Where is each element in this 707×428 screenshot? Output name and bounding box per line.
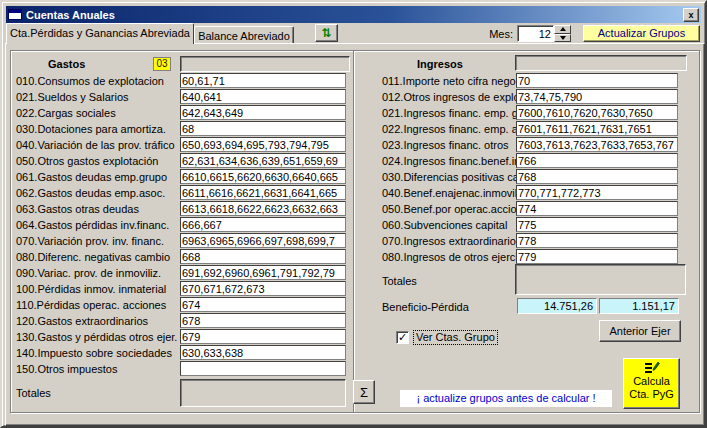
account-codes-input[interactable]: [516, 121, 678, 136]
account-codes-input[interactable]: [180, 233, 346, 248]
account-row: 024.Ingresos financ.benef.inv.fi.: [382, 153, 680, 169]
account-row: 062.Gastos deudas emp.asoc.: [16, 185, 348, 201]
edit-notes-icon: [644, 361, 660, 374]
mes-input[interactable]: [517, 25, 554, 42]
account-row: 140.Impuesto sobre sociedades: [16, 345, 348, 361]
account-codes-input[interactable]: [516, 89, 678, 104]
account-codes-input[interactable]: [180, 297, 346, 312]
account-codes-input[interactable]: [180, 153, 346, 168]
account-codes-input[interactable]: [180, 185, 346, 200]
account-codes-input[interactable]: [516, 233, 678, 248]
account-codes-input[interactable]: [516, 217, 678, 232]
account-label: 080.Ingresos de otros ejercicios: [382, 251, 537, 263]
account-row: 063.Gastos otras deudas: [16, 201, 348, 217]
cuentas-anuales-window: Cuentas Anuales x Cta.Pérdidas y Gananci…: [0, 0, 707, 428]
account-row: 022.Ingresos financ. emp. asoc.: [382, 121, 680, 137]
account-codes-input[interactable]: [180, 201, 346, 216]
account-codes-input[interactable]: [516, 185, 678, 200]
account-row: 070.Variación prov. inv. financ.: [16, 233, 348, 249]
account-label: 060.Subvenciones capital: [382, 219, 507, 231]
account-codes-input[interactable]: [180, 73, 346, 88]
account-row: 010.Consumos de explotacion: [16, 73, 348, 89]
account-codes-input[interactable]: [516, 249, 678, 264]
account-label: 023.Ingresos financ. otros: [382, 139, 509, 151]
account-row: 150.Otros impuestos: [16, 361, 348, 377]
account-codes-input[interactable]: [180, 105, 346, 120]
account-row: 090.Variac. prov. de inmoviliz.: [16, 265, 348, 281]
account-codes-input[interactable]: [180, 137, 346, 152]
account-codes-input[interactable]: [516, 105, 678, 120]
account-row: 080.Ingresos de otros ejercicios: [382, 249, 680, 265]
account-row: 064.Gastos pérdidas inv.financ.: [16, 217, 348, 233]
account-label: 012.Otros ingresos de explotac.: [382, 91, 537, 103]
account-codes-input[interactable]: [180, 265, 346, 280]
account-row: 022.Cargas sociales: [16, 105, 348, 121]
account-row: 060.Subvenciones capital: [382, 217, 680, 233]
account-codes-input[interactable]: [180, 361, 346, 376]
ingresos-header-box: [515, 55, 687, 71]
account-label: 064.Gastos pérdidas inv.financ.: [16, 219, 169, 231]
gastos-badge: 03: [153, 57, 171, 71]
account-label: 021.Sueldos y Salarios: [16, 91, 129, 103]
account-label: 130.Gastos y pérdidas otros ejer.: [16, 331, 177, 343]
account-codes-input[interactable]: [180, 121, 346, 136]
account-label: 024.Ingresos financ.benef.inv.fi.: [382, 155, 537, 167]
beneficio-perdida-label: Beneficio-Pérdida: [382, 301, 469, 313]
account-row: 120.Gastos extraordinarios: [16, 313, 348, 329]
ver-ctas-grupo-checkbox[interactable]: ✓: [396, 331, 409, 344]
account-row: 100.Pérdidas inmov. inmaterial: [16, 281, 348, 297]
account-row: 030.Diferencias positivas cambio: [382, 169, 680, 185]
account-codes-input[interactable]: [516, 73, 678, 88]
account-label: 050.Benef.por operac.acciones: [382, 203, 534, 215]
account-row: 011.Importe neto cifra negocio: [382, 73, 680, 89]
spin-up-button[interactable]: [554, 25, 571, 34]
tab-balance-abreviado[interactable]: Balance Abreviado: [194, 26, 294, 43]
account-row: 040.Variación de las prov. tráfico: [16, 137, 348, 153]
account-label: 011.Importe neto cifra negocio: [382, 75, 530, 87]
account-row: 030.Dotaciones para amortiza.: [16, 121, 348, 137]
account-codes-input[interactable]: [180, 89, 346, 104]
app-icon: [8, 9, 22, 20]
account-label: 100.Pérdidas inmov. inmaterial: [16, 283, 166, 295]
sum-button[interactable]: Σ: [353, 380, 375, 404]
account-codes-input[interactable]: [180, 345, 346, 360]
account-codes-input[interactable]: [180, 281, 346, 296]
gastos-totales-box: [180, 379, 346, 407]
account-row: 023.Ingresos financ. otros: [382, 137, 680, 153]
account-codes-input[interactable]: [516, 201, 678, 216]
account-label: 150.Otros impuestos: [16, 363, 118, 375]
account-label: 062.Gastos deudas emp.asoc.: [16, 187, 165, 199]
title-bar: Cuentas Anuales x: [6, 6, 701, 23]
calcula-line-1: Calcula: [624, 375, 679, 388]
anterior-ejer-button[interactable]: Anterior Ejer: [599, 320, 681, 342]
account-codes-input[interactable]: [180, 217, 346, 232]
actualizar-grupos-button[interactable]: Actualizar Grupos: [583, 25, 700, 42]
account-row: 012.Otros ingresos de explotac.: [382, 89, 680, 105]
account-codes-input[interactable]: [516, 153, 678, 168]
beneficio-value-1: 14.751,26: [517, 298, 597, 314]
account-codes-input[interactable]: [180, 249, 346, 264]
spin-up-icon: [560, 27, 566, 31]
warning-message: ¡ actualize grupos antes de calcular !: [400, 390, 612, 407]
ver-ctas-grupo-label[interactable]: Ver Ctas. Grupo: [413, 330, 498, 345]
account-label: 040.Variación de las prov. tráfico: [16, 139, 175, 151]
account-codes-input[interactable]: [516, 137, 678, 152]
tab-cta-perdidas-ganancias[interactable]: Cta.Pérdidas y Ganancias Abreviada: [6, 23, 194, 44]
account-codes-input[interactable]: [180, 169, 346, 184]
account-codes-input[interactable]: [180, 313, 346, 328]
account-label: 063.Gastos otras deudas: [16, 203, 139, 215]
gastos-header-box: [180, 56, 350, 72]
account-row: 110.Pérdidas operac. acciones: [16, 297, 348, 313]
account-row: 061.Gastos deudas emp.grupo: [16, 169, 348, 185]
refresh-button[interactable]: ⇅: [315, 24, 338, 42]
account-codes-input[interactable]: [516, 169, 678, 184]
calcula-cta-pyg-button[interactable]: Calcula Cta. PyG: [623, 358, 680, 409]
account-row: 021.Ingresos financ. emp. grupo: [382, 105, 680, 121]
account-codes-input[interactable]: [180, 329, 346, 344]
spin-down-button[interactable]: [554, 34, 571, 43]
account-label: 050.Otros gastos explotación: [16, 155, 158, 167]
account-row: 050.Benef.por operac.acciones: [382, 201, 680, 217]
close-icon[interactable]: x: [683, 8, 699, 22]
gastos-totales-label: Totales: [16, 387, 51, 399]
checkmark-icon: ✓: [398, 331, 407, 343]
